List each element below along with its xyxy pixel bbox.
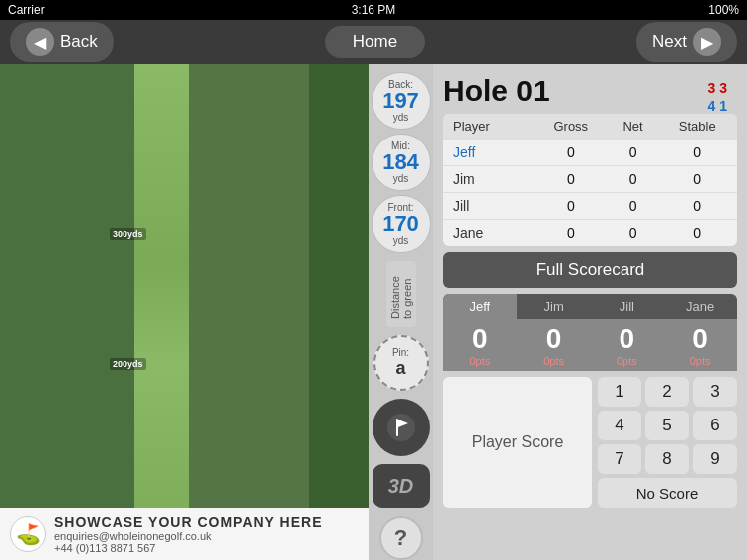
- jane-pts: 0pts: [663, 355, 737, 367]
- tab-jeff[interactable]: Jeff: [443, 294, 517, 319]
- net-cell: 0: [609, 220, 658, 247]
- score-table: Player Gross Net Stable Jeff000Jim000Jil…: [443, 114, 737, 246]
- tab-jill[interactable]: Jill: [591, 294, 664, 319]
- tab-jane[interactable]: Jane: [663, 294, 737, 319]
- num-1-button[interactable]: 1: [598, 377, 641, 407]
- no-score-button[interactable]: No Score: [598, 478, 737, 508]
- jill-pts: 0pts: [591, 355, 664, 367]
- par-value: 3: [707, 80, 715, 96]
- jim-pts: 0pts: [517, 355, 591, 367]
- num-7-button[interactable]: 7: [598, 444, 641, 474]
- back-arrow-icon: ◀: [26, 28, 54, 56]
- branding-text: SHOWCASE YOUR COMPANY HERE enquiries@who…: [54, 514, 322, 554]
- player-name-cell: Jeff: [443, 140, 533, 166]
- col-net: Net: [609, 114, 658, 140]
- hole-title: Hole 01: [443, 74, 737, 108]
- carrier-label: Carrier: [8, 3, 45, 17]
- player-score-label: Player Score: [472, 433, 564, 451]
- si-value-2: 1: [719, 98, 727, 114]
- 3d-button[interactable]: 3D: [373, 464, 430, 508]
- net-cell: 0: [609, 140, 658, 166]
- jane-score: 0: [663, 323, 737, 355]
- player-name-cell: Jill: [443, 193, 533, 220]
- flag-button[interactable]: [373, 399, 430, 456]
- numpad: 1 2 3 4 5 6 7 8 9 No Score: [598, 377, 737, 508]
- help-button[interactable]: ?: [379, 516, 423, 560]
- next-label: Next: [652, 32, 687, 52]
- jane-score-cell: 0 0pts: [663, 323, 737, 367]
- right-panel: Hole 01 3 3 4 1 Player Gross Ne: [433, 64, 747, 560]
- player-name-cell: Jane: [443, 220, 533, 247]
- mid-distance-bubble: Mid: 184 yds: [372, 134, 431, 191]
- front-distance-bubble: Front: 170 yds: [372, 195, 431, 253]
- next-arrow-icon: ▶: [693, 28, 721, 56]
- front-value: 170: [376, 213, 426, 235]
- main-area: 300yds 200yds ⛳ SHOWCASE YOUR COMPANY HE…: [0, 64, 747, 560]
- pin-label: Pin:: [392, 347, 409, 358]
- stable-cell: 0: [658, 193, 737, 220]
- jeff-pts: 0pts: [443, 355, 517, 367]
- side-panel: Back: 197 yds Mid: 184 yds Front: 170 yd…: [369, 64, 433, 560]
- gross-cell: 0: [533, 166, 609, 193]
- num-9-button[interactable]: 9: [693, 444, 737, 474]
- battery-label: 100%: [708, 3, 739, 17]
- table-row[interactable]: Jeff000: [443, 140, 737, 166]
- pin-bubble: Pin: a: [374, 335, 429, 391]
- company-email: enquiries@wholeinonegolf.co.uk: [54, 530, 322, 542]
- svg-point-0: [387, 414, 415, 441]
- par-value-2: 4: [707, 98, 715, 114]
- gross-cell: 0: [533, 193, 609, 220]
- pin-value: a: [395, 358, 405, 379]
- stable-cell: 0: [658, 220, 737, 247]
- branding-area: ⛳ SHOWCASE YOUR COMPANY HERE enquiries@w…: [0, 508, 369, 560]
- num-3-button[interactable]: 3: [693, 377, 737, 407]
- jill-score: 0: [591, 323, 664, 355]
- jim-score-cell: 0 0pts: [517, 323, 591, 367]
- tab-jim[interactable]: Jim: [517, 294, 591, 319]
- table-row[interactable]: Jane000: [443, 220, 737, 247]
- scores-row: 0 0pts 0 0pts 0 0pts 0 0pts: [443, 319, 737, 371]
- back-value: 197: [376, 90, 426, 112]
- stable-cell: 0: [658, 140, 737, 166]
- num-8-button[interactable]: 8: [645, 444, 689, 474]
- jeff-score: 0: [443, 323, 517, 355]
- num-6-button[interactable]: 6: [693, 411, 737, 440]
- num-5-button[interactable]: 5: [645, 411, 689, 440]
- net-cell: 0: [609, 166, 658, 193]
- map-area[interactable]: 300yds 200yds ⛳ SHOWCASE YOUR COMPANY HE…: [0, 64, 369, 560]
- table-row[interactable]: Jill000: [443, 193, 737, 220]
- jill-score-cell: 0 0pts: [591, 323, 664, 367]
- next-button[interactable]: Next ▶: [636, 22, 737, 62]
- company-name: SHOWCASE YOUR COMPANY HERE: [54, 514, 322, 530]
- dist-200-label: 200yds: [110, 358, 146, 370]
- stable-cell: 0: [658, 166, 737, 193]
- gross-cell: 0: [533, 140, 609, 166]
- tree-strip-right: [309, 64, 369, 560]
- table-row[interactable]: Jim000: [443, 166, 737, 193]
- golf-ball-icon: ⛳: [10, 516, 46, 552]
- mid-value: 184: [376, 151, 426, 173]
- col-stable: Stable: [658, 114, 737, 140]
- gross-cell: 0: [533, 220, 609, 247]
- bottom-section: Player Score 1 2 3 4 5 6 7 8 9 No Score: [443, 377, 737, 508]
- back-distance-bubble: Back: 197 yds: [372, 72, 431, 130]
- time-label: 3:16 PM: [352, 3, 396, 17]
- distance-to-green-label: Distance to green: [386, 261, 416, 327]
- back-unit: yds: [376, 112, 426, 123]
- col-player: Player: [443, 114, 533, 140]
- home-button[interactable]: Home: [325, 26, 425, 58]
- jim-score: 0: [517, 323, 591, 355]
- player-name-cell: Jim: [443, 166, 533, 193]
- back-label: Back: [60, 32, 98, 52]
- full-scorecard-button[interactable]: Full Scorecard: [443, 252, 737, 288]
- status-bar: Carrier 3:16 PM 100%: [0, 0, 747, 20]
- company-phone: +44 (0)113 8871 567: [54, 542, 322, 554]
- dist-300-label: 300yds: [110, 228, 146, 240]
- nav-bar: ◀ Back Home Next ▶: [0, 20, 747, 64]
- num-4-button[interactable]: 4: [598, 411, 641, 440]
- front-unit: yds: [376, 235, 426, 246]
- net-cell: 0: [609, 193, 658, 220]
- back-button[interactable]: ◀ Back: [10, 22, 114, 62]
- num-2-button[interactable]: 2: [645, 377, 689, 407]
- player-tabs: Jeff Jim Jill Jane: [443, 294, 737, 319]
